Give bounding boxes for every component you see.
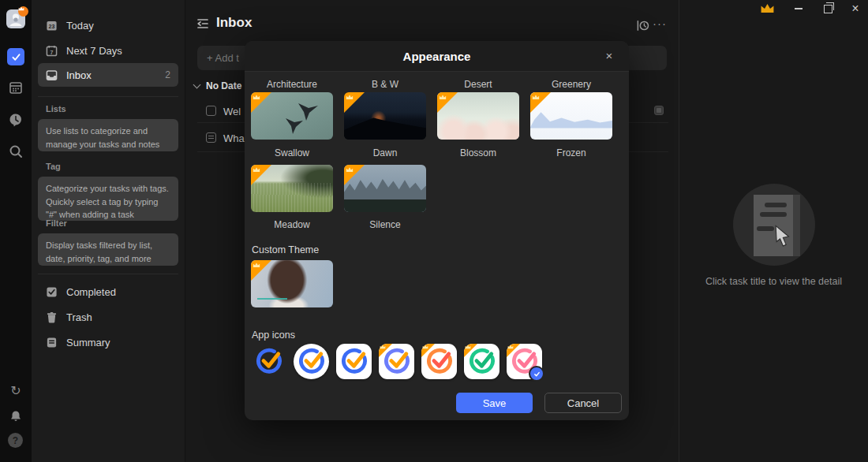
custom-theme-section-label: Custom Theme [252, 244, 319, 255]
summary-icon [46, 337, 58, 348]
more-options-icon[interactable]: ··· [653, 17, 667, 30]
theme-thumbnail-blossom[interactable] [437, 92, 519, 140]
selected-check-badge [529, 366, 544, 382]
theme-thumbnail-dawn[interactable] [344, 92, 426, 140]
sidebar-item-label: Completed [66, 286, 170, 298]
theme-thumbnail-meadow[interactable] [251, 165, 333, 212]
theme-label-swallow: Swallow [251, 147, 333, 158]
sidebar-item-inbox[interactable]: Inbox 2 [38, 63, 178, 87]
svg-text:23: 23 [49, 23, 55, 28]
sidebar-item-next7days[interactable]: 7 Next 7 Days [38, 39, 178, 62]
divider [38, 96, 178, 97]
filter-hint-card: Display tasks filtered by list, date, pr… [38, 233, 178, 266]
chevron-down-icon [193, 81, 201, 89]
tasks-nav-icon[interactable] [7, 48, 24, 65]
theme-thumbnail-swallow[interactable] [251, 92, 333, 140]
app-icon-ticktick-blue-gradient-square[interactable] [379, 344, 414, 379]
completed-icon [46, 286, 58, 298]
app-icon-ticktick-blue-square[interactable] [336, 344, 372, 379]
app-icon-ticktick-orange-square[interactable] [421, 344, 457, 379]
today-icon: 23 [46, 20, 58, 32]
section-header-filter: Filter [46, 218, 67, 228]
premium-corner-crown-icon [251, 165, 271, 185]
svg-text:7: 7 [51, 49, 54, 54]
section-header-lists: Lists [46, 104, 66, 114]
sync-icon[interactable]: ↻ [9, 383, 23, 398]
theme-label-architecture: Architecture [251, 79, 333, 90]
theme-label-bw: B & W [344, 79, 426, 90]
premium-corner-crown-icon [251, 260, 271, 281]
task-note-icon[interactable] [206, 132, 216, 143]
inbox-count-badge: 2 [165, 69, 170, 80]
add-task-placeholder: + Add t [207, 52, 239, 64]
theme-label-greenery: Greenery [530, 79, 612, 90]
app-icon-ticktick-white-circle[interactable] [294, 344, 329, 379]
next7days-icon: 7 [46, 45, 58, 57]
calendar-nav-icon[interactable] [9, 80, 23, 95]
theme-thumbnail-frozen[interactable] [530, 92, 612, 140]
sidebar-item-completed[interactable]: Completed [38, 280, 178, 304]
premium-corner-crown-icon [530, 92, 551, 113]
task-checkbox[interactable] [206, 106, 216, 116]
dialog-header: Appearance × [245, 41, 629, 72]
theme-label-meadow: Meadow [251, 219, 333, 230]
restore-button[interactable] [817, 0, 838, 17]
theme-label-silence: Silence [344, 219, 426, 230]
page-title: Inbox [216, 15, 252, 31]
sidebar-item-label: Inbox [66, 69, 165, 81]
left-rail: ↻ ? [0, 0, 32, 462]
tag-hint-card: Categorize your tasks with tags. Quickly… [38, 177, 178, 221]
premium-corner-crown-icon [344, 92, 365, 113]
cancel-button[interactable]: Cancel [544, 393, 622, 413]
cursor-icon [774, 225, 795, 248]
theme-label-blossom: Blossom [437, 147, 519, 158]
dialog-title: Appearance [403, 50, 471, 63]
theme-label-desert: Desert [437, 79, 519, 90]
app-window: ↻ ? 23 Today 7 Next 7 Days [0, 0, 868, 462]
app-icons-section-label: App icons [252, 330, 295, 341]
group-no-date[interactable]: No Date [194, 80, 241, 91]
theme-thumbnail-silence[interactable] [344, 165, 426, 212]
sidebar-item-summary[interactable]: Summary [38, 330, 178, 354]
sidebar-item-label: Summary [66, 337, 170, 348]
premium-badge-crown-icon [18, 6, 28, 17]
appearance-dialog: Appearance × Architecture B & W Desert G… [245, 41, 629, 420]
section-header-tag: Tag [46, 162, 61, 171]
theme-label-frozen: Frozen [530, 147, 612, 158]
divider [38, 274, 178, 274]
app-icon-ticktick-pink-square[interactable] [507, 344, 542, 379]
empty-state-text: Click task title to view the detail [679, 276, 868, 287]
inbox-icon [46, 69, 58, 81]
task-title[interactable]: Wel [223, 106, 241, 117]
save-button[interactable]: Save [456, 393, 533, 413]
app-icon-ticktick-classic-glyph[interactable] [251, 344, 286, 379]
premium-corner-crown-icon [344, 165, 365, 185]
trash-icon [46, 311, 58, 323]
lists-hint-card: Use lists to categorize and manage your … [38, 119, 178, 151]
sidebar: 23 Today 7 Next 7 Days Inbox 2 Lists Use… [32, 0, 185, 462]
theme-label-dawn: Dawn [344, 147, 426, 158]
group-label: No Date [206, 80, 241, 91]
pane-divider [679, 0, 679, 462]
close-window-button[interactable]: × [845, 0, 866, 17]
activity-clock-icon[interactable] [636, 19, 649, 32]
sidebar-item-label: Today [66, 20, 170, 32]
sidebar-item-trash[interactable]: Trash [38, 305, 178, 329]
custom-theme-thumbnail[interactable] [251, 260, 333, 307]
close-dialog-icon[interactable]: × [602, 48, 616, 62]
premium-crown-icon[interactable] [760, 2, 775, 14]
task-title[interactable]: Wha [223, 132, 245, 144]
help-icon[interactable]: ? [8, 433, 23, 448]
collapse-sidebar-icon[interactable] [196, 17, 210, 31]
pomodoro-nav-icon[interactable] [9, 113, 23, 127]
notification-bell-icon[interactable] [9, 409, 23, 423]
premium-corner-crown-icon [437, 92, 458, 113]
avatar[interactable] [6, 9, 25, 28]
sidebar-item-label: Trash [66, 311, 170, 323]
app-icon-ticktick-green-square[interactable] [464, 344, 499, 379]
sidebar-item-today[interactable]: 23 Today [38, 13, 178, 37]
minimize-button[interactable] [788, 0, 809, 17]
search-nav-icon[interactable] [9, 144, 23, 158]
task-attachment-icon[interactable] [654, 106, 664, 115]
empty-state-illustration [733, 184, 815, 266]
